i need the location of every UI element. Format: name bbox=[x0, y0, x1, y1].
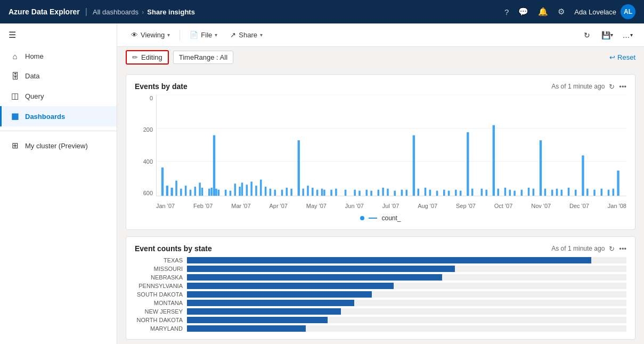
chat-icon[interactable]: 💬 bbox=[518, 7, 528, 17]
svg-rect-32 bbox=[290, 189, 292, 196]
x-label-jan07: Jan '07 bbox=[156, 203, 175, 209]
svg-rect-26 bbox=[260, 180, 262, 196]
top-nav: Azure Data Explorer | All dashboards › S… bbox=[0, 0, 644, 23]
svg-rect-63 bbox=[471, 189, 474, 196]
x-label-feb07: Feb '07 bbox=[193, 203, 213, 209]
sidebar-item-cluster[interactable]: ⊞ My cluster (Preview) bbox=[0, 135, 117, 156]
sidebar-item-data[interactable]: 🗄 Data bbox=[0, 66, 117, 86]
chart-header-2: Event counts by state As of 1 minute ago… bbox=[135, 244, 626, 253]
svg-rect-72 bbox=[528, 188, 530, 196]
svg-rect-27 bbox=[265, 187, 267, 196]
bar-label: MONTANA bbox=[135, 300, 183, 306]
settings-icon[interactable]: ⚙ bbox=[558, 7, 565, 17]
editing-box[interactable]: ✏ Editing bbox=[126, 50, 169, 65]
x-label-sep07: Sep '07 bbox=[456, 203, 476, 209]
toolbar-separator bbox=[180, 30, 180, 41]
bar-track bbox=[187, 274, 626, 281]
svg-rect-50 bbox=[394, 191, 396, 196]
reset-button[interactable]: ↩ Reset bbox=[609, 53, 635, 61]
breadcrumb-chevron: › bbox=[142, 8, 144, 16]
chart-refresh-icon-2[interactable]: ↻ bbox=[609, 245, 615, 253]
notification-icon[interactable]: 🔔 bbox=[538, 7, 548, 17]
svg-rect-68 bbox=[504, 188, 507, 196]
line-chart-area: 600 400 200 0 bbox=[135, 95, 626, 212]
svg-rect-17 bbox=[218, 190, 220, 196]
svg-rect-20 bbox=[234, 183, 237, 196]
hamburger-menu[interactable]: ☰ bbox=[0, 23, 117, 46]
svg-rect-65 bbox=[485, 190, 487, 196]
app-logo: Azure Data Explorer bbox=[9, 7, 80, 16]
bar-fill bbox=[187, 266, 455, 272]
eye-icon: 👁 bbox=[131, 31, 138, 39]
chart-meta: As of 1 minute ago ↻ ••• bbox=[551, 83, 626, 91]
save-button[interactable]: 💾 ▾ bbox=[599, 27, 615, 43]
svg-rect-49 bbox=[387, 189, 389, 196]
chevron-down-icon: ▾ bbox=[167, 32, 170, 38]
svg-rect-85 bbox=[608, 190, 610, 196]
svg-rect-83 bbox=[593, 190, 596, 196]
time-range-filter[interactable]: TimeRange : All bbox=[173, 51, 233, 64]
viewing-button[interactable]: 👁 Viewing ▾ bbox=[126, 28, 175, 42]
help-icon[interactable]: ? bbox=[504, 7, 509, 17]
svg-rect-78 bbox=[561, 190, 563, 196]
bar-label: MISSOURI bbox=[135, 266, 183, 272]
sidebar-item-home[interactable]: ⌂ Home bbox=[0, 46, 117, 66]
sidebar-item-label: My cluster (Preview) bbox=[25, 142, 88, 150]
svg-rect-10 bbox=[194, 187, 197, 196]
svg-rect-18 bbox=[225, 190, 227, 196]
svg-rect-73 bbox=[533, 189, 535, 196]
svg-rect-33 bbox=[298, 140, 300, 196]
sidebar-item-dashboards[interactable]: ▦ Dashboards bbox=[0, 106, 117, 126]
sidebar-item-query[interactable]: ◫ Query bbox=[0, 86, 117, 106]
bar-row: MONTANA bbox=[135, 300, 626, 306]
svg-rect-55 bbox=[425, 188, 427, 196]
cluster-icon: ⊞ bbox=[10, 141, 20, 150]
chart-refresh-icon[interactable]: ↻ bbox=[609, 83, 615, 91]
save-icon: 💾 bbox=[601, 31, 610, 39]
svg-rect-71 bbox=[521, 190, 523, 196]
bar-label: NEW JERSEY bbox=[135, 308, 183, 315]
svg-rect-16 bbox=[215, 189, 217, 196]
svg-rect-61 bbox=[460, 191, 462, 196]
chart-meta-time-2: As of 1 minute ago bbox=[551, 245, 605, 252]
legend-line bbox=[369, 218, 377, 219]
svg-rect-23 bbox=[246, 185, 248, 196]
svg-rect-9 bbox=[190, 190, 192, 196]
svg-rect-69 bbox=[509, 190, 511, 196]
svg-rect-45 bbox=[365, 190, 368, 196]
reset-icon: ↩ bbox=[609, 53, 615, 61]
svg-rect-57 bbox=[436, 191, 438, 196]
svg-rect-6 bbox=[175, 181, 177, 196]
y-label-400: 400 bbox=[143, 158, 153, 165]
user-name: Ada Lovelace bbox=[574, 8, 616, 16]
svg-rect-43 bbox=[354, 190, 356, 196]
svg-rect-67 bbox=[497, 189, 499, 196]
chart-title: Events by date bbox=[135, 82, 188, 91]
main-layout: ☰ ⌂ Home 🗄 Data ◫ Query ▦ Dashboards ⊞ M… bbox=[0, 23, 644, 344]
svg-rect-48 bbox=[382, 188, 384, 196]
chart-more-icon-2[interactable]: ••• bbox=[619, 245, 626, 253]
svg-rect-7 bbox=[180, 189, 182, 196]
svg-rect-56 bbox=[429, 190, 431, 196]
chart-plot bbox=[156, 95, 626, 196]
chart-more-icon[interactable]: ••• bbox=[619, 83, 626, 91]
bar-label: SOUTH DAKOTA bbox=[135, 291, 183, 298]
svg-rect-3 bbox=[161, 167, 164, 196]
svg-rect-84 bbox=[600, 189, 602, 196]
x-label-jan08: Jan '08 bbox=[608, 203, 626, 209]
home-icon: ⌂ bbox=[10, 52, 20, 61]
breadcrumb-home[interactable]: All dashboards bbox=[93, 8, 138, 16]
svg-rect-31 bbox=[286, 188, 288, 196]
share-button[interactable]: ↗ Share ▾ bbox=[225, 28, 268, 42]
svg-rect-58 bbox=[443, 190, 445, 196]
more-button[interactable]: … ▾ bbox=[619, 27, 635, 43]
user-menu[interactable]: Ada Lovelace AL bbox=[574, 4, 635, 19]
editing-label: Editing bbox=[141, 53, 162, 61]
svg-rect-4 bbox=[166, 186, 168, 196]
file-button[interactable]: 📄 File ▾ bbox=[184, 28, 223, 42]
events-by-date-card: Events by date As of 1 minute ago ↻ ••• … bbox=[126, 74, 635, 230]
event-counts-by-state-card: Event counts by state As of 1 minute ago… bbox=[126, 236, 635, 340]
breadcrumb: All dashboards › Share insights bbox=[93, 8, 195, 16]
refresh-button[interactable]: ↻ bbox=[579, 27, 595, 43]
svg-rect-38 bbox=[321, 189, 323, 196]
